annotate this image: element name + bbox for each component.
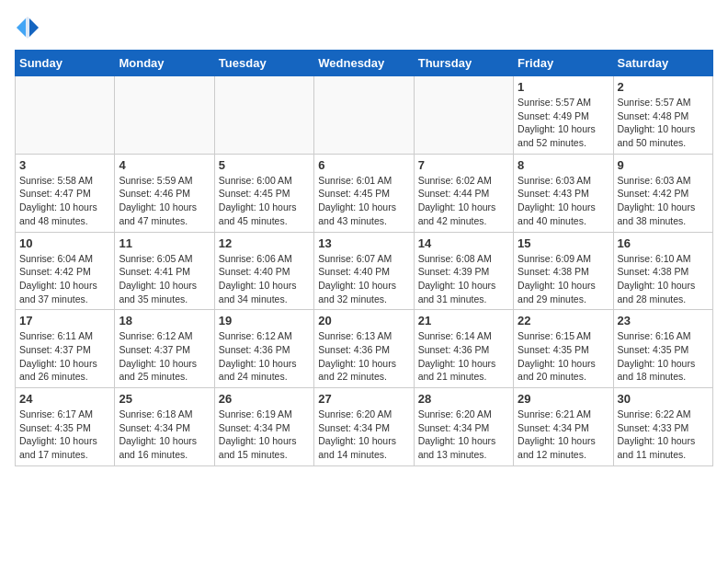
day-info: Sunrise: 5:57 AM Sunset: 4:48 PM Dayligh…: [618, 96, 709, 150]
calendar-cell: 3Sunrise: 5:58 AM Sunset: 4:47 PM Daylig…: [16, 154, 115, 232]
calendar-day-header: Friday: [514, 51, 613, 76]
calendar-cell: [314, 76, 414, 155]
day-number: 27: [318, 392, 409, 406]
day-number: 10: [19, 236, 110, 250]
calendar-week-row: 17Sunrise: 6:11 AM Sunset: 4:37 PM Dayli…: [16, 310, 713, 388]
day-number: 25: [119, 392, 210, 406]
calendar-cell: 29Sunrise: 6:21 AM Sunset: 4:34 PM Dayli…: [514, 388, 613, 466]
day-number: 8: [518, 158, 609, 172]
day-info: Sunrise: 6:20 AM Sunset: 4:34 PM Dayligh…: [318, 408, 409, 462]
day-number: 12: [219, 236, 310, 250]
calendar-cell: 1Sunrise: 5:57 AM Sunset: 4:49 PM Daylig…: [514, 76, 613, 155]
day-info: Sunrise: 5:57 AM Sunset: 4:49 PM Dayligh…: [518, 96, 609, 150]
day-number: 3: [19, 158, 110, 172]
day-info: Sunrise: 6:07 AM Sunset: 4:40 PM Dayligh…: [318, 252, 409, 306]
svg-marker-2: [17, 18, 26, 37]
day-info: Sunrise: 6:02 AM Sunset: 4:44 PM Dayligh…: [418, 174, 509, 228]
calendar-week-row: 1Sunrise: 5:57 AM Sunset: 4:49 PM Daylig…: [16, 76, 713, 155]
calendar-cell: 2Sunrise: 5:57 AM Sunset: 4:48 PM Daylig…: [613, 76, 712, 155]
day-info: Sunrise: 6:18 AM Sunset: 4:34 PM Dayligh…: [119, 408, 210, 462]
calendar-cell: 27Sunrise: 6:20 AM Sunset: 4:34 PM Dayli…: [314, 388, 414, 466]
calendar-cell: 21Sunrise: 6:14 AM Sunset: 4:36 PM Dayli…: [414, 310, 513, 388]
calendar-cell: 26Sunrise: 6:19 AM Sunset: 4:34 PM Dayli…: [214, 388, 313, 466]
day-number: 30: [618, 392, 709, 406]
calendar-cell: 7Sunrise: 6:02 AM Sunset: 4:44 PM Daylig…: [414, 154, 513, 232]
day-info: Sunrise: 6:19 AM Sunset: 4:34 PM Dayligh…: [219, 408, 310, 462]
calendar-cell: 17Sunrise: 6:11 AM Sunset: 4:37 PM Dayli…: [16, 310, 115, 388]
calendar-cell: 16Sunrise: 6:10 AM Sunset: 4:38 PM Dayli…: [613, 232, 712, 310]
day-number: 5: [219, 158, 310, 172]
calendar-cell: 18Sunrise: 6:12 AM Sunset: 4:37 PM Dayli…: [115, 310, 214, 388]
day-info: Sunrise: 6:03 AM Sunset: 4:42 PM Dayligh…: [618, 174, 709, 228]
calendar-cell: 4Sunrise: 5:59 AM Sunset: 4:46 PM Daylig…: [115, 154, 214, 232]
calendar-week-row: 3Sunrise: 5:58 AM Sunset: 4:47 PM Daylig…: [16, 154, 713, 232]
day-info: Sunrise: 6:01 AM Sunset: 4:45 PM Dayligh…: [318, 174, 409, 228]
day-number: 28: [418, 392, 509, 406]
calendar-cell: 22Sunrise: 6:15 AM Sunset: 4:35 PM Dayli…: [514, 310, 613, 388]
calendar-cell: 6Sunrise: 6:01 AM Sunset: 4:45 PM Daylig…: [314, 154, 414, 232]
day-number: 17: [19, 314, 110, 327]
calendar-cell: 12Sunrise: 6:06 AM Sunset: 4:40 PM Dayli…: [214, 232, 313, 310]
calendar-cell: [214, 76, 313, 155]
svg-marker-1: [29, 18, 39, 37]
calendar-cell: 28Sunrise: 6:20 AM Sunset: 4:34 PM Dayli…: [414, 388, 513, 466]
day-number: 19: [219, 314, 310, 327]
day-info: Sunrise: 6:04 AM Sunset: 4:42 PM Dayligh…: [19, 252, 110, 306]
day-number: 13: [318, 236, 409, 250]
day-number: 9: [618, 158, 709, 172]
page-header: [15, 15, 713, 40]
day-info: Sunrise: 6:08 AM Sunset: 4:39 PM Dayligh…: [418, 252, 509, 306]
calendar-day-header: Wednesday: [314, 51, 414, 76]
day-info: Sunrise: 6:05 AM Sunset: 4:41 PM Dayligh…: [119, 252, 210, 306]
calendar-cell: 14Sunrise: 6:08 AM Sunset: 4:39 PM Dayli…: [414, 232, 513, 310]
calendar-cell: 13Sunrise: 6:07 AM Sunset: 4:40 PM Dayli…: [314, 232, 414, 310]
calendar-table: SundayMondayTuesdayWednesdayThursdayFrid…: [15, 50, 713, 466]
calendar-week-row: 24Sunrise: 6:17 AM Sunset: 4:35 PM Dayli…: [16, 388, 713, 466]
calendar-cell: [414, 76, 513, 155]
calendar-cell: 20Sunrise: 6:13 AM Sunset: 4:36 PM Dayli…: [314, 310, 414, 388]
day-info: Sunrise: 6:12 AM Sunset: 4:36 PM Dayligh…: [219, 329, 310, 384]
logo: [15, 15, 44, 40]
calendar-cell: 24Sunrise: 6:17 AM Sunset: 4:35 PM Dayli…: [16, 388, 115, 466]
calendar-day-header: Thursday: [414, 51, 513, 76]
day-number: 11: [119, 236, 210, 250]
day-info: Sunrise: 6:12 AM Sunset: 4:37 PM Dayligh…: [119, 329, 210, 384]
calendar-cell: 23Sunrise: 6:16 AM Sunset: 4:35 PM Dayli…: [613, 310, 712, 388]
day-number: 16: [618, 236, 709, 250]
calendar-cell: 10Sunrise: 6:04 AM Sunset: 4:42 PM Dayli…: [16, 232, 115, 310]
day-info: Sunrise: 6:22 AM Sunset: 4:33 PM Dayligh…: [618, 408, 709, 462]
day-number: 14: [418, 236, 509, 250]
day-number: 20: [318, 314, 409, 327]
day-info: Sunrise: 5:58 AM Sunset: 4:47 PM Dayligh…: [19, 174, 110, 228]
logo-icon: [15, 15, 40, 40]
day-number: 1: [518, 80, 609, 94]
day-number: 7: [418, 158, 509, 172]
calendar-cell: 9Sunrise: 6:03 AM Sunset: 4:42 PM Daylig…: [613, 154, 712, 232]
calendar-day-header: Sunday: [16, 51, 115, 76]
day-info: Sunrise: 6:17 AM Sunset: 4:35 PM Dayligh…: [19, 408, 110, 462]
day-number: 24: [19, 392, 110, 406]
calendar-header-row: SundayMondayTuesdayWednesdayThursdayFrid…: [16, 51, 713, 76]
calendar-day-header: Monday: [115, 51, 214, 76]
calendar-cell: 25Sunrise: 6:18 AM Sunset: 4:34 PM Dayli…: [115, 388, 214, 466]
day-number: 29: [518, 392, 609, 406]
day-info: Sunrise: 6:15 AM Sunset: 4:35 PM Dayligh…: [518, 329, 609, 384]
day-info: Sunrise: 6:03 AM Sunset: 4:43 PM Dayligh…: [518, 174, 609, 228]
day-info: Sunrise: 6:21 AM Sunset: 4:34 PM Dayligh…: [518, 408, 609, 462]
day-info: Sunrise: 6:11 AM Sunset: 4:37 PM Dayligh…: [19, 329, 110, 384]
day-number: 23: [618, 314, 709, 327]
calendar-cell: 11Sunrise: 6:05 AM Sunset: 4:41 PM Dayli…: [115, 232, 214, 310]
day-info: Sunrise: 6:16 AM Sunset: 4:35 PM Dayligh…: [618, 329, 709, 384]
day-info: Sunrise: 5:59 AM Sunset: 4:46 PM Dayligh…: [119, 174, 210, 228]
calendar-day-header: Tuesday: [214, 51, 313, 76]
day-info: Sunrise: 6:13 AM Sunset: 4:36 PM Dayligh…: [318, 329, 409, 384]
calendar-cell: [16, 76, 115, 155]
day-info: Sunrise: 6:09 AM Sunset: 4:38 PM Dayligh…: [518, 252, 609, 306]
day-number: 4: [119, 158, 210, 172]
calendar-cell: 8Sunrise: 6:03 AM Sunset: 4:43 PM Daylig…: [514, 154, 613, 232]
day-number: 18: [119, 314, 210, 327]
calendar-week-row: 10Sunrise: 6:04 AM Sunset: 4:42 PM Dayli…: [16, 232, 713, 310]
day-info: Sunrise: 6:10 AM Sunset: 4:38 PM Dayligh…: [618, 252, 709, 306]
calendar-cell: [115, 76, 214, 155]
calendar-day-header: Saturday: [613, 51, 712, 76]
